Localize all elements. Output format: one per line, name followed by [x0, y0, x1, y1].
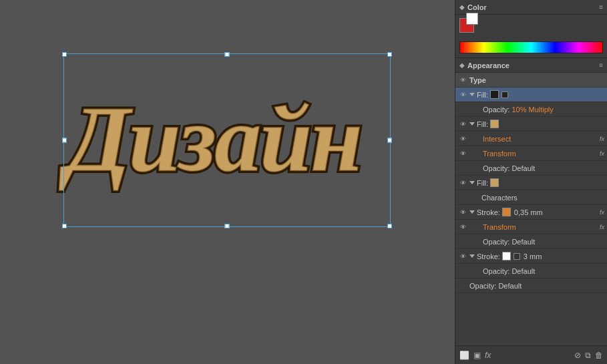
- artwork: Дизайн Дизайн: [30, 43, 397, 217]
- appearance-panel-header: ◆ Appearance ≡: [455, 58, 607, 73]
- eye-icon-fill1[interactable]: 👁: [458, 90, 467, 100]
- layers-icon[interactable]: ⬜: [459, 351, 469, 360]
- duplicate-icon[interactable]: ⧉: [585, 351, 591, 360]
- color-panel-collapse-icon[interactable]: ◆: [459, 3, 465, 11]
- opacity-label-4: Opacity: Default: [483, 267, 535, 275]
- transform-row-1[interactable]: 👁 Transform fx: [455, 146, 607, 161]
- eye-icon-fill3[interactable]: 👁: [458, 178, 467, 188]
- stroke-value-2: 3 mm: [524, 252, 542, 260]
- appearance-panel-title: Appearance: [467, 61, 510, 69]
- stroke-swatch-2[interactable]: [502, 252, 511, 260]
- intersect-row[interactable]: 👁 Intersect fx: [455, 132, 607, 146]
- opacity-label-1: Opacity: 10% Multiply: [483, 106, 554, 114]
- background-swatch[interactable]: [466, 13, 478, 25]
- expand-fill1[interactable]: [469, 93, 475, 96]
- fx-icon-intersect: fx: [600, 136, 604, 142]
- expand-fill2[interactable]: [469, 122, 475, 126]
- canvas-area: Дизайн Дизайн: [0, 0, 455, 364]
- fill-swatch-2[interactable]: [490, 120, 499, 128]
- right-panel: ◆ Color ≡ ◆ Appearance ≡: [455, 0, 607, 364]
- stroke-label-1: Stroke:: [477, 208, 500, 216]
- opacity-row-5: Opacity: Default: [455, 279, 607, 293]
- color-panel: ◆ Color ≡: [455, 0, 607, 58]
- handle-br[interactable]: [387, 224, 392, 228]
- fill-swatch-1[interactable]: [490, 90, 499, 99]
- characters-row: Characters: [455, 190, 607, 205]
- fill-label-2: Fill:: [477, 120, 488, 128]
- color-spectrum[interactable]: [459, 41, 603, 53]
- intersect-label: Intersect: [483, 135, 511, 143]
- handle-bm[interactable]: [225, 224, 230, 228]
- fill-row-3[interactable]: 👁 Fill:: [455, 176, 607, 190]
- opacity-row-3: Opacity: Default: [455, 234, 607, 249]
- opacity-row-1: Opacity: 10% Multiply: [455, 102, 607, 117]
- type-row: 👁 Type: [455, 73, 607, 87]
- color-panel-title: Color: [467, 3, 487, 11]
- artboard-icon[interactable]: ▣: [473, 351, 481, 360]
- stroke-value-1: 0,35 mm: [514, 208, 543, 216]
- opacity-row-2: Opacity: Default: [455, 161, 607, 176]
- type-label: Type: [469, 76, 486, 84]
- appearance-panel-icons: ≡: [599, 61, 603, 69]
- appearance-panel-menu-icon[interactable]: ≡: [599, 61, 603, 69]
- fx-icon-transform2: fx: [600, 224, 604, 230]
- panel-menu-icon[interactable]: ≡: [599, 3, 603, 11]
- fill-dropdown-1[interactable]: [501, 92, 508, 98]
- expand-stroke1[interactable]: [469, 210, 475, 214]
- appearance-panel: ◆ Appearance ≡ 👁 Type 👁 Fill: Opacity: 1…: [455, 58, 607, 345]
- transform-label-1: Transform: [483, 150, 516, 158]
- handle-bl[interactable]: [62, 224, 67, 228]
- svg-text:Дизайн: Дизайн: [59, 87, 361, 190]
- transform-label-2: Transform: [483, 223, 516, 231]
- eye-icon-transform1[interactable]: 👁: [458, 149, 467, 158]
- opacity-label-2: Opacity: Default: [483, 164, 535, 172]
- eye-icon-stroke2[interactable]: 👁: [458, 252, 467, 261]
- fill-row-1[interactable]: 👁 Fill:: [455, 87, 607, 102]
- fx-icon-stroke1: fx: [600, 209, 604, 216]
- fx-icon-transform1: fx: [600, 150, 604, 157]
- trash-icon[interactable]: 🗑: [595, 351, 603, 360]
- panel-bottom-toolbar: ⬜ ▣ fx ⊘ ⧉ 🗑: [455, 345, 607, 364]
- color-panel-icons: ≡: [599, 3, 603, 11]
- fill-label-3: Fill:: [477, 179, 488, 187]
- transform-row-2[interactable]: 👁 Transform fx: [455, 220, 607, 234]
- eye-icon-stroke1[interactable]: 👁: [458, 208, 467, 217]
- color-swatch-container: [459, 18, 482, 37]
- stroke-swatch-1[interactable]: [502, 208, 511, 216]
- expand-stroke2[interactable]: [469, 254, 475, 258]
- fill-swatch-3[interactable]: [490, 178, 499, 187]
- characters-label: Characters: [481, 194, 518, 202]
- fill-row-2[interactable]: 👁 Fill:: [455, 117, 607, 132]
- opacity-label-3: Opacity: Default: [483, 238, 535, 246]
- color-swatches-row: [455, 15, 607, 40]
- stroke-row-1[interactable]: 👁 Stroke: 0,35 mm fx: [455, 205, 607, 220]
- eye-icon-type[interactable]: 👁: [458, 75, 467, 85]
- stroke-row-2[interactable]: 👁 Stroke: 3 mm: [455, 249, 607, 264]
- fx-bottom-icon[interactable]: fx: [485, 351, 491, 360]
- fill-label-1: Fill:: [477, 91, 488, 99]
- opacity-label-5: Opacity: Default: [469, 282, 522, 290]
- stroke-dropdown-2[interactable]: [514, 253, 520, 260]
- eye-icon-intersect[interactable]: 👁: [458, 134, 467, 144]
- eye-icon-fill2[interactable]: 👁: [458, 120, 467, 129]
- color-panel-header: ◆ Color ≡: [455, 0, 607, 15]
- eye-icon-transform2[interactable]: 👁: [458, 222, 467, 232]
- opacity-row-4: Opacity: Default: [455, 264, 607, 279]
- design-svg: Дизайн Дизайн: [33, 57, 394, 204]
- appearance-panel-collapse-icon[interactable]: ◆: [459, 61, 465, 69]
- expand-fill3[interactable]: [469, 181, 475, 184]
- no-icon[interactable]: ⊘: [574, 351, 581, 360]
- stroke-label-2: Stroke:: [477, 252, 500, 260]
